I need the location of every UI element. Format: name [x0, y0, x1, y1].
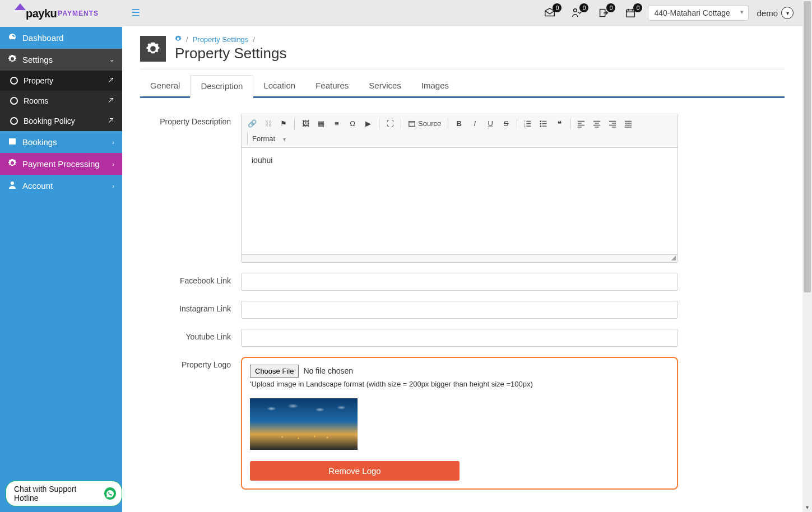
chevron-down-icon: ⌄: [109, 56, 114, 63]
tab-features[interactable]: Features: [305, 75, 359, 96]
scroll-down-icon[interactable]: ▾: [802, 502, 812, 512]
editor-toolbar: 🔗 ⛓ ⚑ 🖼 ▦ ≡ Ω ▶ ⛶: [242, 114, 678, 148]
svg-rect-14: [542, 121, 547, 122]
whatsapp-icon: [104, 487, 116, 500]
topbar: ☰ 0 0 0 0 440-Matahari Cottage: [122, 0, 802, 26]
nav-account[interactable]: Account ›: [0, 175, 122, 197]
nav-sub-property-label: Property: [24, 76, 53, 85]
source-button[interactable]: Source: [405, 117, 444, 131]
link-icon[interactable]: 🔗: [245, 117, 259, 131]
tabs: General Description Location Features Se…: [140, 75, 785, 98]
scrollbar[interactable]: ▴ ▾: [802, 0, 812, 512]
align-right-icon[interactable]: [605, 117, 620, 131]
svg-rect-26: [595, 127, 599, 127]
svg-rect-1: [9, 138, 16, 140]
chat-support-button[interactable]: Chat with Support Hotline: [6, 481, 122, 506]
svg-point-13: [540, 120, 542, 122]
mail-badge: 0: [553, 3, 562, 12]
rich-text-editor: 🔗 ⛓ ⚑ 🖼 ▦ ≡ Ω ▶ ⛶: [241, 114, 678, 263]
nav-bookings[interactable]: Bookings ›: [0, 131, 122, 153]
chevron-down-icon: ▾: [781, 7, 794, 19]
tab-images[interactable]: Images: [411, 75, 459, 96]
maximize-icon[interactable]: ⛶: [383, 117, 397, 131]
nav-payment-processing[interactable]: Payment Processing ›: [0, 153, 122, 175]
svg-rect-29: [609, 125, 616, 125]
user-menu-label: demo: [757, 8, 778, 18]
nav-sub-booking-policy[interactable]: Booking Policy: [0, 111, 122, 131]
chat-support-label: Chat with Support Hotline: [14, 485, 101, 502]
editor-body[interactable]: iouhui: [242, 148, 678, 254]
svg-point-15: [540, 123, 542, 125]
svg-point-17: [540, 125, 542, 127]
topbar-checkin-button[interactable]: 0: [567, 4, 586, 21]
tab-services[interactable]: Services: [359, 75, 411, 96]
menu-toggle-icon[interactable]: ☰: [131, 7, 140, 19]
unlink-icon: ⛓: [261, 117, 275, 131]
topbar-mail-button[interactable]: 0: [540, 4, 559, 21]
svg-rect-5: [627, 10, 635, 17]
nav-sub-rooms[interactable]: Rooms: [0, 91, 122, 111]
user-menu[interactable]: demo ▾: [757, 7, 794, 19]
calendar-badge: 0: [633, 3, 642, 12]
instagram-input[interactable]: [241, 301, 678, 319]
svg-rect-33: [625, 125, 632, 125]
chevron-right-icon: ›: [112, 139, 114, 146]
svg-rect-8: [527, 121, 531, 122]
page-header: / Property Settings / Property Settings: [140, 35, 785, 69]
breadcrumb-link[interactable]: Property Settings: [193, 35, 249, 44]
svg-rect-31: [625, 121, 632, 122]
nav-dashboard[interactable]: Dashboard: [0, 27, 122, 49]
brand-logo: payku PAYMENTS: [0, 0, 122, 27]
checkin-badge: 0: [579, 3, 588, 12]
logo-preview-image: [250, 398, 358, 450]
external-link-icon: [108, 97, 114, 105]
chevron-right-icon: ›: [112, 183, 114, 189]
remove-logo-button[interactable]: Remove Logo: [250, 461, 460, 481]
nav-settings[interactable]: Settings ⌄: [0, 49, 122, 71]
tab-location[interactable]: Location: [253, 75, 305, 96]
tab-description[interactable]: Description: [190, 75, 253, 98]
svg-text:3: 3: [524, 125, 526, 128]
topbar-checkout-button[interactable]: 0: [594, 4, 613, 21]
tab-general[interactable]: General: [140, 75, 190, 96]
svg-rect-23: [593, 121, 600, 122]
topbar-calendar-button[interactable]: 0: [621, 4, 640, 21]
anchor-icon[interactable]: ⚑: [276, 117, 291, 131]
align-justify-icon[interactable]: [621, 117, 635, 131]
form-area: Property Description 🔗 ⛓ ⚑ 🖼 ▦ ≡: [140, 98, 785, 490]
editor-content: iouhui: [252, 156, 272, 165]
editor-resize-handle[interactable]: [242, 254, 678, 262]
table-icon[interactable]: ▦: [314, 117, 328, 131]
youtube-input[interactable]: [241, 329, 678, 347]
svg-rect-19: [578, 121, 584, 122]
special-char-icon[interactable]: Ω: [345, 117, 360, 131]
nav-settings-label: Settings: [22, 55, 53, 64]
choose-file-button[interactable]: Choose File: [250, 365, 299, 378]
ul-icon[interactable]: [536, 117, 551, 131]
property-selector-value: 440-Matahari Cottage: [654, 8, 730, 17]
bold-icon[interactable]: B: [452, 117, 466, 131]
main-column: ☰ 0 0 0 0 440-Matahari Cottage: [122, 0, 802, 512]
facebook-input[interactable]: [241, 273, 678, 291]
underline-icon[interactable]: U: [483, 117, 498, 131]
image-icon[interactable]: 🖼: [298, 117, 313, 131]
quote-icon[interactable]: ❝: [552, 117, 567, 131]
ol-icon[interactable]: 123: [521, 117, 535, 131]
user-icon: [8, 180, 17, 191]
hr-icon[interactable]: ≡: [330, 117, 344, 131]
nav-sub-property[interactable]: Property: [0, 71, 122, 91]
align-center-icon[interactable]: [590, 117, 604, 131]
property-selector[interactable]: 440-Matahari Cottage: [648, 5, 749, 21]
strike-icon[interactable]: S: [499, 117, 513, 131]
nav-sub-booking-policy-label: Booking Policy: [24, 117, 75, 125]
svg-rect-12: [527, 125, 531, 126]
format-select[interactable]: Format: [247, 132, 294, 145]
external-link-icon: [108, 117, 114, 125]
breadcrumb-gear-icon[interactable]: [175, 35, 182, 44]
italic-icon[interactable]: I: [467, 117, 482, 131]
youtube-icon[interactable]: ▶: [361, 117, 375, 131]
svg-point-3: [574, 9, 577, 12]
scrollbar-thumb[interactable]: [804, 1, 811, 292]
svg-rect-34: [625, 127, 632, 127]
align-left-icon[interactable]: [574, 117, 588, 131]
